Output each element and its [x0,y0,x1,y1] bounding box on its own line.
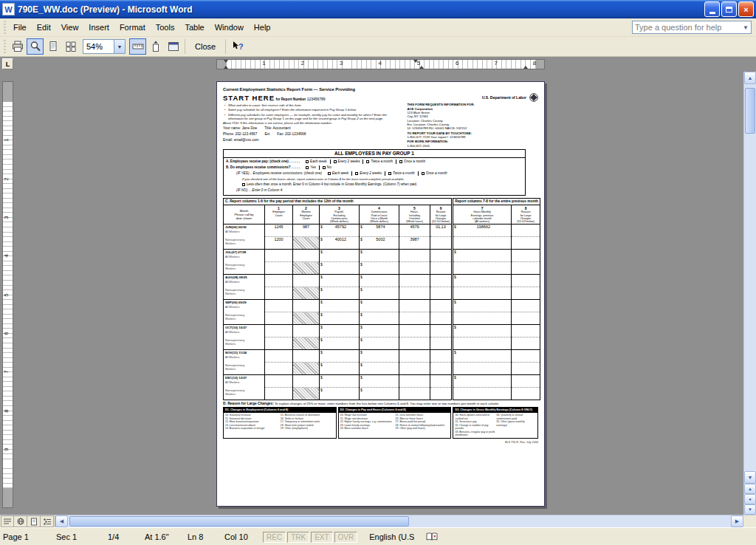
data-cell[interactable] [430,287,453,300]
data-cell[interactable]: 01,13 [430,224,453,237]
menu-insert[interactable]: Insert [83,20,114,35]
close-button[interactable]: × [738,1,754,17]
checkbox-icon[interactable] [328,172,331,175]
money-cell[interactable]: $ [360,337,399,350]
data-cell[interactable] [293,300,320,312]
horizontal-scroll-track[interactable] [68,515,731,527]
horizontal-ruler[interactable]: L 12345678 [0,57,756,72]
scroll-down-icon[interactable]: ▼ [744,471,756,484]
next-page-icon[interactable]: ▼ [744,504,756,515]
data-cell[interactable] [265,350,293,363]
money-cell[interactable]: $ [320,250,360,262]
data-cell[interactable] [430,312,453,325]
money-cell[interactable]: $ [360,350,399,363]
restore-button[interactable] [721,1,737,17]
data-cell[interactable] [430,262,453,275]
data-cell[interactable] [265,312,293,325]
money-cell[interactable]: $ [360,312,399,325]
checkbox-icon[interactable] [334,160,337,163]
pay-option[interactable]: Twice a month [362,160,396,164]
money-cell[interactable]: $ [320,312,360,325]
pay-option[interactable]: Once a month [418,171,450,176]
checkbox-icon[interactable] [388,172,391,175]
right-indent-marker[interactable] [523,66,528,69]
money-cell[interactable]: $ [320,300,360,312]
view-ruler-button[interactable] [129,38,146,55]
ask-dropdown-icon[interactable]: ▼ [740,24,751,31]
menu-window[interactable]: Window [210,20,249,35]
data-cell[interactable] [399,300,430,312]
data-cell[interactable] [512,300,540,312]
spelling-status-icon[interactable] [426,532,438,541]
money-cell[interactable]: $ [360,250,399,262]
normal-view-button[interactable] [1,515,14,527]
data-cell[interactable] [453,237,512,250]
money-cell[interactable]: $ [360,325,399,337]
outline-view-button[interactable] [41,515,54,527]
pay-option[interactable]: Once a month [396,160,428,164]
data-cell[interactable] [430,337,453,350]
money-cell[interactable]: $ [320,375,360,388]
money-cell[interactable]: $5874 [360,224,399,237]
data-cell[interactable] [430,237,453,250]
vertical-scroll-track[interactable] [744,84,756,471]
data-cell[interactable] [430,250,453,262]
help-button[interactable]: ? [229,38,246,55]
checkbox-icon[interactable] [306,160,309,163]
scroll-right-icon[interactable]: ▶ [731,515,743,527]
horizontal-scroll-thumb[interactable] [69,516,409,527]
data-cell[interactable] [399,350,430,363]
money-cell[interactable]: $ [453,350,512,363]
data-cell[interactable] [430,363,453,375]
print-layout-button[interactable] [27,515,41,527]
pay-option[interactable]: No [319,165,334,170]
money-cell[interactable]: $ [453,325,512,337]
data-cell[interactable]: 4579 [399,224,430,237]
data-cell[interactable] [293,350,320,363]
month-cell[interactable]: NOV(11) 11/24All WorkersNonsupervisory W… [224,350,265,375]
money-cell[interactable]: $ [453,300,512,312]
data-cell[interactable] [453,337,512,350]
hanging-indent-marker[interactable] [224,66,228,69]
previous-page-icon[interactable]: ▲ [744,484,756,494]
money-cell[interactable]: $ [453,375,512,388]
data-cell[interactable] [512,275,540,287]
data-cell[interactable] [399,388,430,400]
menu-tools[interactable]: Tools [151,20,180,35]
money-cell[interactable]: $ [360,375,399,388]
month-cell[interactable]: SEP(09) 09/29All WorkersNonsupervisory W… [224,300,265,325]
vertical-ruler[interactable]: 123456789 [2,81,13,508]
ask-question-box[interactable]: Type a question for help ▼ [632,21,752,34]
vertical-scroll-thumb[interactable] [745,88,755,134]
scroll-up-icon[interactable]: ▲ [744,72,756,84]
data-cell[interactable] [430,350,453,363]
toolbar-grip[interactable] [4,21,6,34]
data-cell[interactable] [512,237,540,250]
data-cell[interactable] [399,363,430,375]
pay-option[interactable]: Yes [303,165,319,170]
money-cell[interactable]: $ [360,287,399,300]
data-cell[interactable] [399,312,430,325]
data-cell[interactable] [453,388,512,400]
document-page[interactable]: Current Employment Statistics Report For… [216,81,545,507]
scroll-left-icon[interactable]: ◀ [55,515,68,527]
data-cell[interactable] [430,388,453,400]
data-cell[interactable] [512,287,540,300]
money-cell[interactable]: $ [320,325,360,337]
money-cell[interactable]: $ [320,287,360,300]
data-cell[interactable] [265,300,293,312]
money-cell[interactable]: $40012 [320,237,360,250]
pay-option[interactable]: Every 2 weeks [351,171,385,176]
money-cell[interactable]: $198662 [453,224,512,237]
data-cell[interactable] [399,337,430,350]
menu-file[interactable]: File [8,20,32,35]
data-cell[interactable] [430,325,453,337]
data-cell[interactable] [265,388,293,400]
money-cell[interactable]: $ [320,363,360,375]
month-cell[interactable]: DEC(12) 12/27All WorkersNonsupervisory W… [224,375,265,400]
data-cell[interactable] [430,300,453,312]
data-cell[interactable] [399,250,430,262]
data-cell[interactable]: 987 [293,224,320,237]
toolbar-grip[interactable] [4,40,6,53]
data-cell[interactable] [265,363,293,375]
